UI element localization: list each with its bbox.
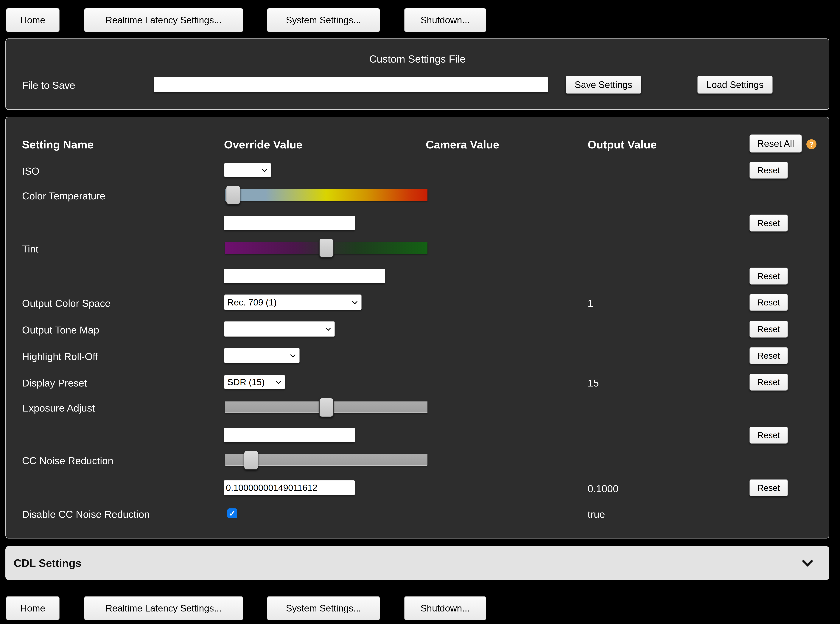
highlight-rolloff-select-wrap (224, 348, 300, 363)
custom-settings-file-title: Custom Settings File (6, 53, 829, 65)
exposure-adjust-reset-button[interactable]: Reset (749, 427, 788, 443)
top-toolbar: Home Realtime Latency Settings... System… (0, 8, 840, 32)
system-settings-button[interactable]: System Settings... (267, 8, 380, 32)
exposure-adjust-input[interactable] (224, 428, 354, 442)
display-preset-select[interactable]: SDR (15) (224, 375, 285, 389)
home-button[interactable]: Home (6, 8, 60, 32)
highlight-rolloff-label: Highlight Roll-Off (22, 351, 98, 362)
tint-label: Tint (22, 243, 39, 255)
settings-table-panel: Setting Name Override Value Camera Value… (5, 117, 829, 539)
tint-slider-track[interactable] (225, 242, 427, 254)
cdl-settings-section-header[interactable]: CDL Settings (5, 546, 829, 580)
home-button[interactable]: Home (6, 596, 60, 620)
bottom-toolbar: Home Realtime Latency Settings... System… (0, 596, 840, 621)
output-color-space-select[interactable]: Rec. 709 (1) (224, 295, 362, 310)
load-settings-button[interactable]: Load Settings (697, 76, 773, 94)
exposure-adjust-slider-thumb[interactable] (319, 398, 334, 417)
display-preset-reset-button[interactable]: Reset (749, 374, 788, 391)
iso-reset-button[interactable]: Reset (749, 162, 788, 179)
tint-input[interactable] (224, 269, 385, 283)
column-header-output-value: Output Value (588, 138, 657, 151)
output-color-space-reset-button[interactable]: Reset (749, 294, 788, 311)
custom-settings-file-panel: Custom Settings File File to Save Save S… (5, 39, 829, 110)
disable-cc-noise-reduction-label: Disable CC Noise Reduction (22, 508, 150, 520)
color-temperature-slider-thumb[interactable] (226, 185, 240, 204)
output-tone-map-reset-button[interactable]: Reset (749, 321, 788, 338)
highlight-rolloff-select[interactable] (224, 348, 300, 363)
shutdown-button[interactable]: Shutdown... (404, 8, 486, 32)
cc-noise-reduction-slider-thumb[interactable] (244, 450, 258, 470)
output-color-space-select-wrap: Rec. 709 (1) (224, 295, 362, 310)
output-tone-map-label: Output Tone Map (22, 324, 99, 336)
system-settings-button[interactable]: System Settings... (267, 596, 380, 620)
output-color-space-output-value: 1 (588, 297, 593, 309)
column-header-camera-value: Camera Value (426, 138, 499, 151)
iso-select[interactable] (224, 163, 271, 178)
output-tone-map-select[interactable] (224, 321, 335, 337)
tint-reset-button[interactable]: Reset (749, 267, 788, 284)
realtime-latency-settings-button[interactable]: Realtime Latency Settings... (84, 596, 243, 620)
iso-label: ISO (22, 165, 39, 177)
output-color-space-label: Output Color Space (22, 297, 111, 309)
save-settings-button[interactable]: Save Settings (566, 76, 641, 94)
help-question-icon[interactable]: ? (806, 139, 817, 149)
checkmark-icon: ✓ (229, 509, 236, 518)
file-to-save-input[interactable] (154, 77, 548, 92)
disable-cc-noise-reduction-output-value: true (588, 508, 605, 520)
output-tone-map-select-wrap (224, 321, 335, 337)
chevron-down-icon (802, 555, 813, 566)
cc-noise-reduction-label: CC Noise Reduction (22, 455, 113, 466)
display-preset-output-value: 15 (588, 377, 599, 389)
display-preset-label: Display Preset (22, 377, 87, 389)
realtime-latency-settings-button[interactable]: Realtime Latency Settings... (84, 8, 243, 32)
display-preset-select-wrap: SDR (15) (224, 375, 285, 389)
color-temperature-reset-button[interactable]: Reset (749, 215, 788, 232)
exposure-adjust-label: Exposure Adjust (22, 402, 95, 414)
cc-noise-reduction-input[interactable] (224, 480, 354, 495)
color-temperature-input[interactable] (224, 216, 354, 230)
highlight-rolloff-reset-button[interactable]: Reset (749, 347, 788, 364)
color-temperature-slider-track[interactable] (225, 189, 427, 201)
reset-all-button[interactable]: Reset All (749, 134, 802, 153)
iso-select-wrap (224, 163, 271, 178)
color-temperature-label: Color Temperature (22, 190, 105, 202)
shutdown-button[interactable]: Shutdown... (404, 596, 486, 620)
cc-noise-reduction-output-value: 0.1000 (588, 483, 618, 494)
column-header-setting-name: Setting Name (22, 138, 94, 151)
cdl-settings-label: CDL Settings (14, 557, 804, 569)
cc-noise-reduction-slider-track[interactable] (225, 454, 427, 466)
tint-slider-thumb[interactable] (319, 238, 334, 258)
disable-cc-noise-reduction-checkbox[interactable]: ✓ (227, 508, 237, 518)
column-header-override-value: Override Value (224, 138, 302, 151)
exposure-adjust-slider-track[interactable] (225, 401, 427, 413)
file-to-save-label: File to Save (22, 79, 75, 91)
cc-noise-reduction-reset-button[interactable]: Reset (749, 479, 788, 496)
